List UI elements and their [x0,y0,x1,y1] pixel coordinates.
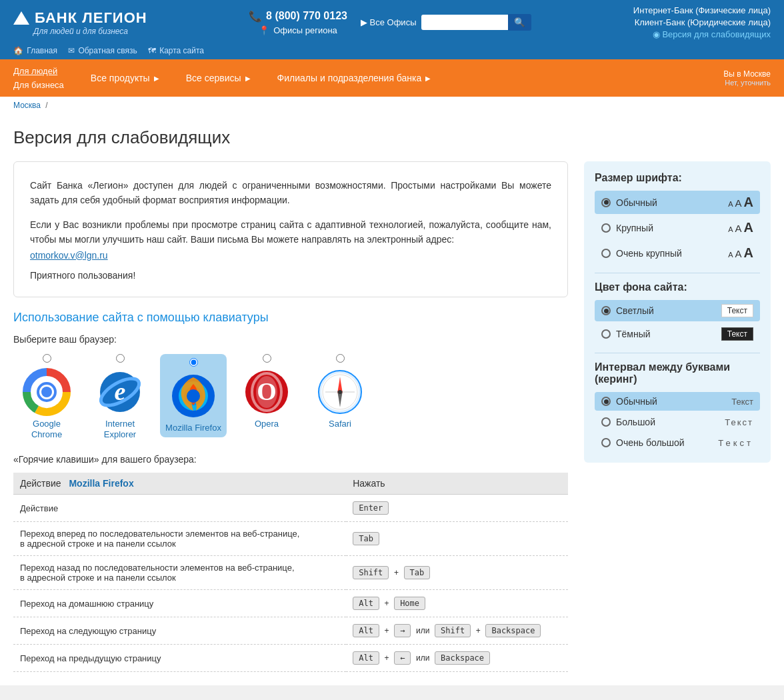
kerning-normal-sample: Текст [731,397,753,407]
header-search[interactable]: 🔍 [421,14,531,31]
plus-icon-3: + [385,626,389,635]
kerning-option-xlarge[interactable]: Очень большой Текст [595,433,760,452]
header-contact: 📞 8 (800) 770 0123 📍 Офисы региона [249,10,347,35]
opera-icon: O [240,365,293,419]
key-backspace-2: Backspace [435,651,490,665]
kerning-large-left: Большой [601,417,655,427]
browser-radio-ie[interactable] [116,354,125,363]
browser-item-opera[interactable]: O Opera [233,354,300,430]
city-name: Вы в Москве [723,69,771,79]
font-option-xlarge[interactable]: Очень крупный А А А [595,241,760,265]
font-size-a-lg: А [744,195,753,210]
radio-bg-dark [601,329,611,339]
mail-icon: ✉ [68,46,75,55]
safari-icon [313,365,367,419]
offices-region[interactable]: Офисы региона [273,25,337,35]
phone-number[interactable]: 8 (800) 770 0123 [266,10,347,22]
font-large-label: Крупный [616,223,653,233]
browser-radio-opera[interactable] [263,354,271,363]
browser-radio-safari[interactable] [336,354,345,363]
browser-item-safari[interactable]: Safari [307,354,373,430]
browser-radio-firefox[interactable] [189,358,198,367]
map-icon: 🗺 [148,46,156,55]
location-icon: 📍 [259,25,269,35]
nav-branches[interactable]: Филиалы и подразделения банка ▶ [264,65,445,91]
hotkeys-label: «Горячие клавиши» для вашего браузера: [13,454,568,465]
opera-label: Opera [255,419,279,430]
table-header-row: Действие Mozilla Firefox Нажать [13,473,568,495]
radio-kerning-xlarge [601,438,611,447]
breadcrumb-moscow[interactable]: Москва [13,101,41,110]
plus-icon-5: + [385,653,389,663]
browser-item-chrome[interactable]: GoogleChrome [13,354,80,441]
font-option-xlarge-left: Очень крупный [601,248,682,259]
row-action: Переход на домашнюю страницу [13,590,346,617]
header-right-links: Интернет-Банк (Физические лица) Клиент-Б… [633,5,771,39]
font-option-large[interactable]: Крупный А А А [595,216,760,239]
bg-option-dark[interactable]: Тёмный Текст [595,323,760,345]
keyboard-section-title: Использование сайта с помощью клавиатуры [13,311,568,325]
browser-radio-chrome[interactable] [43,354,51,363]
nav-for-business[interactable]: Для бизнеса [13,79,64,91]
kerning-large-sample: Текст [725,417,753,427]
search-input[interactable] [421,15,508,30]
or-text: или [416,626,429,635]
font-large-sizes: А А А [728,220,753,235]
city-sub[interactable]: Нет, уточнить [723,79,771,87]
bg-title: Цвет фона сайта: [595,281,760,293]
kerning-section: Интервал между буквами (керинг) Обычный … [595,361,760,452]
browser-item-ie[interactable]: e InternetExplorer [87,354,153,441]
svg-point-10 [187,389,200,403]
search-button[interactable]: 🔍 [508,14,531,31]
font-option-normal[interactable]: Обычный А А А [595,191,760,214]
kerning-option-normal[interactable]: Обычный Текст [595,392,760,411]
page-title: Версия для слабовидящих [13,127,771,148]
row-keys: Enter [346,495,568,522]
phone-icon: 📞 [249,10,262,23]
or-text-2: или [416,653,429,663]
client-bank-link[interactable]: Клиент-Банк (Юридические лица) [635,17,771,27]
nav-all-products[interactable]: Все продукты ▶ [77,65,173,91]
nav-for-people[interactable]: Для людей [13,65,64,77]
nav-city: Вы в Москве Нет, уточнить [723,67,771,89]
font-size-a-sm3: А [728,251,733,259]
home-icon: 🏠 [13,46,23,55]
nav-all-services[interactable]: Все сервисы ▶ [173,65,264,91]
kerning-option-large[interactable]: Большой Текст [595,413,760,431]
breadcrumb: Москва / [0,97,784,114]
radio-font-normal [601,198,611,207]
row-action: Переход на предыдущую страницу [13,645,346,672]
vision-link[interactable]: ◉ Версия для слабовидящих [653,29,771,39]
link-sitemap[interactable]: 🗺 Карта сайта [148,46,204,55]
logo-title[interactable]: БАНК ЛЕГИОН [13,9,147,27]
email-link[interactable]: otmorkov.v@lgn.ru [30,250,108,261]
firefox-label: Mozilla Firefox [165,423,221,434]
row-keys: Alt + ← или Backspace [346,645,568,672]
internet-bank-link[interactable]: Интернет-Банк (Физические лица) [633,5,771,15]
page-wrapper: БАНК ЛЕГИОН Для людей и для бизнеса 📞 8 … [0,0,784,685]
key-alt-2: Alt [353,624,379,637]
content-layout: Сайт Банка «Легион» доступен для людей с… [13,161,771,672]
font-size-section: Размер шрифта: Обычный А А А [595,172,760,265]
chrome-icon [20,365,73,419]
browser-item-firefox[interactable]: Mozilla Firefox [160,354,227,438]
divider-2 [595,353,760,353]
all-offices-link[interactable]: ▶ Все Офисы [361,17,417,27]
bg-option-light[interactable]: Светлый Текст [595,300,760,321]
link-main[interactable]: 🏠 Главная [13,46,57,55]
font-size-title: Размер шрифта: [595,172,760,184]
kerning-title: Интервал между буквами (керинг) [595,361,760,385]
divider-1 [595,273,760,273]
svg-point-3 [41,387,52,397]
table-row: Переход вперед по последовательности эле… [13,522,568,556]
col-action: Действие Mozilla Firefox [13,473,346,495]
font-size-a-lg3: А [744,245,753,261]
key-tab: Tab [353,532,379,545]
key-arrow-left: ← [394,651,411,665]
right-panel: Размер шрифта: Обычный А А А [584,161,771,672]
arrow-icon-3: ▶ [425,75,431,82]
panel-box: Размер шрифта: Обычный А А А [584,161,771,463]
link-feedback[interactable]: ✉ Обратная связь [68,46,137,55]
logo-subtitle: Для людей и для бизнеса [33,27,147,36]
firefox-icon [167,369,220,423]
